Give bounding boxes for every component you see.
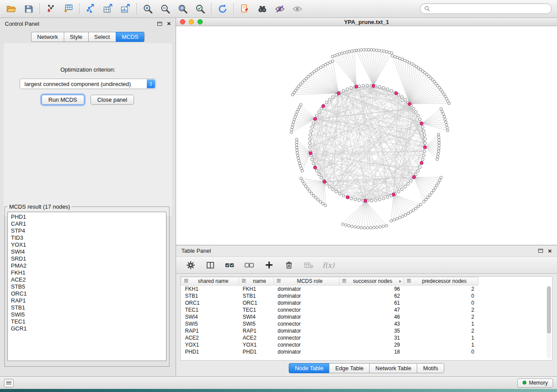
network-hub-node[interactable]	[392, 193, 395, 196]
close-panel-button[interactable]: Close panel	[90, 95, 135, 105]
network-leaf-node[interactable]	[295, 138, 298, 141]
result-list-item[interactable]: GCR1	[11, 325, 163, 332]
network-node[interactable]	[386, 196, 389, 199]
network-node[interactable]	[370, 199, 373, 202]
table-cell[interactable]: 0	[404, 292, 478, 299]
table-cell[interactable]: 31	[339, 334, 404, 341]
network-leaf-node[interactable]	[438, 141, 440, 144]
network-leaf-node[interactable]	[300, 167, 303, 170]
network-leaf-node[interactable]	[429, 194, 431, 196]
table-cell[interactable]: PHD1	[181, 348, 239, 355]
network-node[interactable]	[325, 101, 328, 104]
table-cell[interactable]: 2	[404, 313, 478, 320]
network-hub-node[interactable]	[372, 84, 375, 87]
network-leaf-node[interactable]	[394, 55, 396, 58]
network-leaf-node[interactable]	[437, 152, 439, 155]
result-list-item[interactable]: ACE2	[11, 276, 163, 283]
table-cell[interactable]: 2	[404, 285, 478, 292]
table-cell[interactable]: 62	[339, 292, 404, 299]
table-cell[interactable]: 29	[339, 341, 404, 348]
network-leaf-node[interactable]	[343, 52, 346, 54]
column-options-icon[interactable]	[277, 278, 281, 284]
network-node[interactable]	[404, 98, 406, 101]
network-leaf-node[interactable]	[440, 176, 443, 179]
network-node[interactable]	[328, 186, 331, 188]
network-leaf-node[interactable]	[367, 227, 369, 229]
network-leaf-node[interactable]	[404, 213, 407, 216]
result-list-item[interactable]: TID3	[11, 234, 163, 241]
network-node[interactable]	[407, 182, 409, 185]
network-leaf-node[interactable]	[444, 118, 446, 121]
network-leaf-node[interactable]	[331, 55, 334, 58]
network-node[interactable]	[315, 114, 318, 117]
network-leaf-node[interactable]	[390, 220, 392, 222]
network-leaf-node[interactable]	[438, 139, 440, 141]
table-tab-node-table[interactable]: Node Table	[289, 363, 329, 373]
search-network-icon[interactable]	[256, 3, 268, 14]
network-node[interactable]	[358, 199, 360, 202]
network-hub-node[interactable]	[337, 92, 340, 95]
network-hub-node[interactable]	[423, 146, 426, 149]
table-cell[interactable]: 1	[404, 341, 478, 348]
network-leaf-node[interactable]	[296, 151, 299, 154]
network-leaf-node[interactable]	[363, 48, 365, 51]
table-cell[interactable]: 2	[404, 306, 478, 313]
network-leaf-node[interactable]	[390, 52, 393, 54]
table-cell[interactable]: 1	[404, 334, 478, 341]
tab-select[interactable]: Select	[88, 32, 116, 42]
table-cell[interactable]: dominator	[274, 285, 339, 292]
table-row[interactable]: ACE2ACE2connector311	[181, 334, 478, 341]
network-hub-node[interactable]	[309, 151, 312, 155]
network-leaf-node[interactable]	[296, 110, 298, 113]
refresh-layout-icon[interactable]	[217, 3, 228, 14]
network-hub-node[interactable]	[314, 166, 317, 169]
memory-button[interactable]: Memory	[517, 378, 553, 388]
network-node[interactable]	[312, 122, 315, 124]
network-leaf-node[interactable]	[301, 169, 304, 172]
network-leaf-node[interactable]	[382, 225, 385, 228]
table-tab-network-table[interactable]: Network Table	[369, 363, 417, 373]
network-leaf-node[interactable]	[432, 189, 435, 192]
network-leaf-node[interactable]	[291, 126, 294, 128]
network-leaf-node[interactable]	[298, 159, 300, 162]
network-leaf-node[interactable]	[383, 50, 385, 52]
network-leaf-node[interactable]	[348, 50, 351, 53]
column-header-MCDS-role[interactable]: MCDS role	[274, 277, 339, 285]
result-list-item[interactable]: CAR1	[11, 220, 163, 227]
table-cell[interactable]: STB1	[181, 292, 239, 299]
network-hub-node[interactable]	[408, 102, 411, 105]
network-node[interactable]	[312, 162, 315, 165]
import-table-file-icon[interactable]	[62, 3, 74, 14]
network-leaf-node[interactable]	[437, 182, 439, 184]
result-list-item[interactable]: STB5	[11, 283, 163, 290]
open-folder-icon[interactable]	[5, 3, 17, 14]
network-window-titlebar[interactable]: YPA_prune.txt_1	[176, 18, 557, 26]
table-cell[interactable]: dominator	[274, 292, 339, 299]
network-leaf-node[interactable]	[341, 223, 344, 226]
network-leaf-node[interactable]	[297, 157, 300, 159]
zoom-in-icon[interactable]	[142, 3, 153, 14]
column-options-icon[interactable]	[184, 278, 188, 284]
search-input[interactable]	[433, 5, 547, 12]
network-leaf-node[interactable]	[367, 48, 370, 51]
network-node[interactable]	[328, 98, 331, 101]
column-options-icon[interactable]	[407, 278, 411, 284]
network-node[interactable]	[320, 176, 322, 179]
network-node[interactable]	[422, 158, 424, 161]
network-leaf-node[interactable]	[442, 113, 445, 115]
table-cell[interactable]: dominator	[274, 299, 339, 306]
network-node[interactable]	[390, 89, 393, 92]
table-cell[interactable]: FKH1	[181, 285, 239, 292]
run-mcds-button[interactable]: Run MCDS	[42, 95, 84, 105]
network-node[interactable]	[423, 134, 426, 136]
network-leaf-node[interactable]	[376, 226, 378, 229]
network-node[interactable]	[354, 198, 356, 201]
network-leaf-node[interactable]	[351, 50, 353, 52]
network-node[interactable]	[415, 110, 417, 113]
network-node[interactable]	[378, 86, 381, 88]
network-leaf-node[interactable]	[373, 49, 375, 52]
network-node[interactable]	[310, 130, 312, 132]
network-node[interactable]	[378, 198, 381, 201]
table-cell[interactable]: SWI4	[181, 313, 239, 320]
network-node[interactable]	[422, 130, 425, 132]
